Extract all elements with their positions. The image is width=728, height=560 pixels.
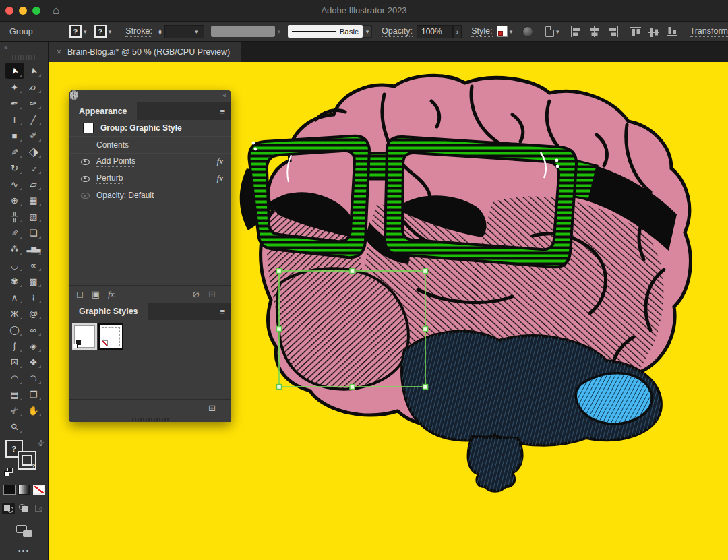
tab-graphic-styles[interactable]: Graphic Styles	[69, 303, 148, 320]
tool-blend[interactable]: ❏	[24, 224, 43, 241]
tool-free-transform[interactable]: ▱	[24, 176, 43, 192]
tool-scale[interactable]: ↔	[24, 160, 43, 176]
brush-definition-dropdown[interactable]: Basic	[288, 25, 363, 38]
tool-join[interactable]: ◡	[5, 257, 24, 273]
close-window-button[interactable]	[5, 7, 13, 15]
tool-anchor-point[interactable]: ∧	[5, 289, 24, 305]
tool-isometric[interactable]: ◈	[24, 338, 43, 354]
stroke-color-proxy[interactable]: ?	[94, 25, 107, 38]
draw-behind-button[interactable]	[18, 503, 30, 514]
default-fill-stroke-icon[interactable]	[4, 468, 13, 476]
tool-texture[interactable]: ▩	[24, 273, 43, 289]
variable-width-profile-swatch[interactable]	[211, 26, 275, 37]
tool-magic-wand[interactable]: ✦	[5, 79, 24, 95]
document-setup-icon[interactable]	[545, 26, 554, 37]
stroke-weight-chevron-icon[interactable]: ▾	[195, 28, 198, 35]
style-label[interactable]: Style:	[471, 26, 492, 37]
tool-paintbrush[interactable]: ✐	[24, 127, 43, 144]
fill-dropdown-chevron-icon[interactable]: ▾	[84, 28, 87, 35]
fill-color-proxy[interactable]: ?	[69, 25, 82, 38]
graphic-styles-panel-menu-icon[interactable]: ≡	[220, 307, 225, 317]
tool-shape-builder[interactable]: ⊕	[5, 192, 24, 208]
selection-handle[interactable]	[277, 385, 282, 390]
panel-resize-grip[interactable]	[69, 416, 231, 422]
tool-shaper[interactable]: ✎	[5, 144, 24, 160]
tool-bristle-brush[interactable]: ✾	[5, 273, 24, 289]
tool-lasso[interactable]: ρ	[24, 79, 43, 95]
vertical-align-bottom-icon[interactable]	[666, 26, 679, 38]
opacity-label[interactable]: Opacity:	[382, 26, 413, 37]
tool-pencil-squiggle[interactable]: ∫	[5, 338, 24, 354]
tool-hand[interactable]: ✋	[24, 402, 43, 418]
tool-type[interactable]: T	[5, 111, 24, 127]
tool-puppet-warp[interactable]: ✥	[24, 354, 43, 370]
tool-knife[interactable]: ✄	[5, 402, 24, 418]
appearance-row-group-style[interactable]: Group: Graphic Style	[69, 120, 231, 137]
vertical-align-top-icon[interactable]	[630, 26, 643, 38]
visibility-eye-icon-dim[interactable]	[81, 193, 90, 199]
tool-arc-adjust[interactable]: ◠	[24, 370, 43, 386]
tool-symbol-sprayer[interactable]: ⁂	[5, 241, 24, 257]
tab-appearance[interactable]: Appearance	[69, 102, 137, 120]
appearance-row-contents[interactable]: Contents	[69, 137, 231, 154]
new-graphic-style-icon[interactable]: ⊞	[208, 403, 216, 413]
graphic-style-custom-swatch[interactable]	[98, 323, 123, 350]
change-screen-mode-icon[interactable]	[16, 525, 32, 537]
selection-handle[interactable]	[350, 269, 355, 274]
graphic-style-swatch[interactable]	[497, 26, 508, 37]
width-profile-chevron-icon[interactable]: ▾	[277, 28, 280, 35]
home-icon[interactable]: ⌂	[53, 5, 59, 16]
tool-lasso-select[interactable]: ∝	[24, 257, 43, 273]
tool-mesh[interactable]: ╬	[5, 208, 24, 224]
panel-collapse-icon[interactable]: «	[222, 92, 226, 99]
tool-rotate[interactable]: ↻	[5, 160, 24, 176]
transform-link[interactable]: Transform	[690, 26, 728, 37]
zoom-window-button[interactable]	[32, 7, 40, 15]
edit-toolbar-icon[interactable]: •••	[0, 547, 48, 555]
tool-perspective-grid[interactable]: ▦	[24, 192, 43, 208]
draw-inside-button[interactable]	[33, 503, 46, 514]
panel-title-bar[interactable]: × «	[69, 90, 231, 102]
draw-normal-button[interactable]	[2, 503, 15, 514]
swap-fill-stroke-icon[interactable]: ⇄	[36, 438, 46, 449]
opacity-more-button[interactable]: ›	[453, 25, 462, 38]
tool-curvature[interactable]: ✑	[24, 95, 43, 111]
tool-column-graph[interactable]: ▂▅▃	[24, 241, 43, 257]
toolbar-grip[interactable]	[12, 55, 36, 60]
document-sync-globe-icon[interactable]	[522, 26, 533, 37]
duplicate-item-icon[interactable]: ⊞	[208, 289, 216, 299]
artboard-canvas[interactable]: × « Appearance ≡ Group: Graphic Style	[49, 62, 728, 560]
tool-rectangle[interactable]: ■	[5, 127, 24, 144]
visibility-eye-icon[interactable]	[81, 176, 90, 182]
color-mode-button[interactable]	[3, 485, 16, 495]
tool-measure[interactable]: ▤	[5, 386, 24, 402]
selection-handle[interactable]	[277, 327, 282, 332]
tool-zoom[interactable]: ⚲	[5, 418, 24, 435]
tool-pen[interactable]: ✒	[5, 95, 24, 111]
stroke-swatch[interactable]: ?	[18, 451, 36, 470]
tool-ellipse[interactable]: ◯	[5, 321, 24, 338]
horizontal-align-right-icon[interactable]	[606, 26, 619, 38]
none-mode-button[interactable]	[33, 485, 45, 495]
vertical-align-center-icon[interactable]	[648, 26, 661, 38]
graphic-style-default-swatch[interactable]	[72, 323, 97, 350]
tool-line-segment[interactable]: ╱	[24, 111, 43, 127]
minimize-window-button[interactable]	[19, 7, 27, 15]
gradient-mode-button[interactable]	[18, 485, 30, 495]
horizontal-align-left-icon[interactable]	[570, 26, 583, 38]
selection-handle[interactable]	[423, 269, 428, 274]
selection-handle[interactable]	[350, 385, 355, 390]
add-new-stroke-icon[interactable]: ◻	[76, 289, 84, 299]
tab-close-icon[interactable]: ×	[57, 47, 61, 57]
tool-direct-selection[interactable]: ➤	[24, 63, 43, 79]
tool-gradient[interactable]: ▧	[24, 208, 43, 224]
stroke-dropdown-chevron-icon[interactable]: ▾	[109, 28, 112, 35]
add-new-fill-icon[interactable]: ▣	[92, 289, 100, 299]
selection-handle[interactable]	[423, 327, 428, 332]
tool-reshape[interactable]: ≀	[24, 289, 43, 305]
stroke-weight-field[interactable]: ▾	[164, 25, 205, 38]
style-chevron-icon[interactable]: ▾	[510, 28, 513, 35]
document-tab[interactable]: × Brain-Blog.ai* @ 50 % (RGB/CPU Preview…	[49, 42, 241, 62]
opacity-field[interactable]: 100%	[417, 25, 453, 38]
toolbar-collapse-icon[interactable]: «	[4, 44, 7, 51]
